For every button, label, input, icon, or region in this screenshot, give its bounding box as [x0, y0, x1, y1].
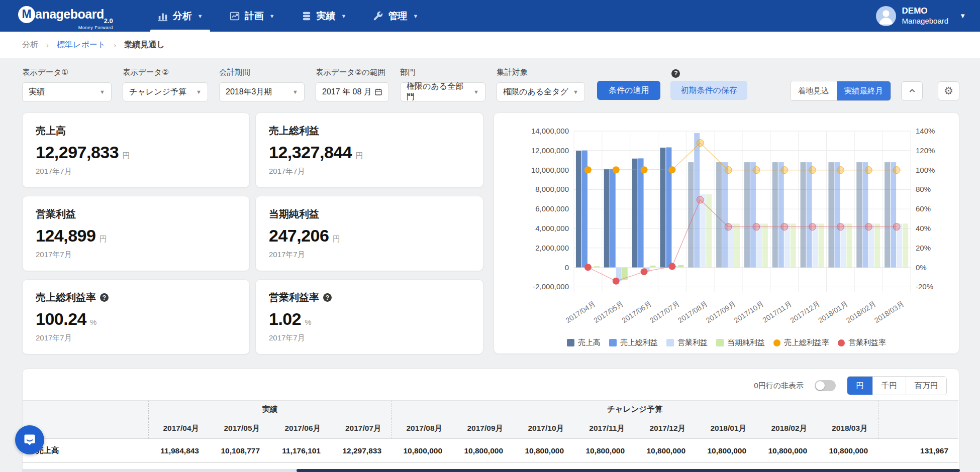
table-cell: 11,176,101: [270, 439, 331, 463]
kpi-period: 2017年7月: [269, 333, 470, 343]
kpi-period: 2017年7月: [269, 167, 470, 176]
logo-version: 2.0: [104, 17, 113, 25]
kpi-period: 2017年7月: [36, 167, 236, 176]
help-icon[interactable]: ?: [671, 68, 680, 78]
help-icon[interactable]: ?: [323, 293, 332, 302]
table-cell: 10,800,000: [452, 439, 513, 463]
nav-item-plan[interactable]: 計画 ▼: [216, 0, 288, 32]
table-cell-total: 131,967: [878, 439, 958, 463]
help-icon[interactable]: ?: [100, 293, 109, 302]
unit-thousand-yen-button[interactable]: 千円: [872, 377, 906, 395]
chart-point: [781, 223, 788, 230]
kpi-unit: %: [90, 318, 96, 326]
nav-item-actuals[interactable]: 実績 ▼: [288, 0, 360, 32]
user-menu[interactable]: DEMO Manageboard ▼: [876, 0, 966, 32]
svg-text:2017/04月: 2017/04月: [564, 299, 597, 324]
chart-point: [613, 278, 620, 285]
report-table-card: 0円行の非表示 円 千円 百万円 実績チャレンジ予算2017/04月2017/0…: [22, 369, 959, 472]
chevron-down-icon: ▼: [196, 89, 202, 95]
fiscal-period-select[interactable]: 2018年3月期▼: [219, 82, 305, 101]
chart-point: [753, 223, 760, 230]
horizontal-scrollbar-thumb[interactable]: [297, 469, 960, 472]
actual-last-month-button[interactable]: 実績最終月: [837, 81, 891, 100]
database-icon: [301, 11, 312, 22]
chevron-down-icon: ▼: [473, 89, 479, 95]
chart-bar: [807, 162, 812, 268]
breadcrumb-bar: 分析 › 標準レポート › 業績見通し: [0, 32, 980, 58]
hide-zero-rows-toggle[interactable]: [815, 380, 836, 391]
month-header: 2018/01月: [696, 419, 756, 439]
svg-text:20%: 20%: [916, 244, 931, 252]
chevron-down-icon: ▼: [269, 13, 275, 19]
svg-text:60%: 60%: [916, 204, 931, 213]
chart-point: [865, 223, 872, 230]
legend-item: 営業利益率: [838, 338, 886, 347]
landing-forecast-button[interactable]: 着地見込: [791, 81, 837, 100]
nav-item-admin[interactable]: 管理 ▼: [359, 0, 431, 32]
svg-text:2017/08月: 2017/08月: [676, 299, 709, 324]
svg-text:8,000,000: 8,000,000: [535, 185, 569, 193]
chart-point: [668, 166, 675, 173]
select-value: 権限のある全タグ: [503, 87, 568, 97]
table-month-header-row: 2017/04月2017/05月2017/06月2017/07月2017/08月…: [23, 419, 958, 439]
filter-label: 会計期間: [219, 67, 305, 78]
kpi-card-net-income: 当期純利益 247,206円 2017年7月: [255, 196, 483, 271]
chart-bar: [610, 169, 616, 268]
chart-point: [697, 140, 704, 147]
save-default-conditions-button[interactable]: 初期条件の保存: [670, 81, 747, 100]
display-data-2-select[interactable]: チャレンジ予算▼: [123, 82, 208, 101]
aggregation-target-select[interactable]: 権限のある全タグ▼: [497, 82, 585, 101]
chat-support-button[interactable]: [15, 425, 44, 454]
legend-item: 売上総利益: [609, 338, 658, 347]
kpi-title: 売上高: [36, 124, 66, 138]
svg-text:2018/01月: 2018/01月: [817, 299, 849, 324]
table-cell: 10,800,000: [696, 439, 756, 463]
table-cell: 12,297,833: [331, 439, 391, 463]
chart-bar: [891, 162, 896, 268]
breadcrumb-standard-report-link[interactable]: 標準レポート: [57, 40, 106, 50]
chevron-right-icon: ›: [114, 41, 116, 49]
kpi-period: 2017年7月: [269, 250, 470, 260]
unit-yen-button[interactable]: 円: [847, 377, 872, 395]
kpi-value: 12,297,833: [36, 143, 119, 162]
legend-item: 売上総利益率: [773, 338, 829, 347]
chart-bar: [834, 162, 840, 268]
collapse-panel-button[interactable]: [901, 81, 923, 100]
kpi-value: 124,899: [36, 226, 95, 246]
kpi-title: 売上総利益率: [36, 291, 96, 304]
kpi-value: 100.24: [36, 309, 86, 329]
department-select[interactable]: 権限のある全部門▼: [400, 82, 485, 101]
chevron-down-icon: ▼: [959, 12, 966, 20]
nav-item-label: 実績: [317, 10, 336, 23]
chevron-right-icon: ›: [46, 41, 49, 49]
kpi-unit: 円: [355, 151, 363, 161]
table-cell: 10,108,777: [209, 439, 270, 463]
filter-label: 表示データ①: [22, 67, 112, 78]
legend-item: 売上高: [567, 338, 601, 347]
unit-million-yen-button[interactable]: 百万円: [906, 377, 947, 395]
apply-conditions-button[interactable]: 条件の適用: [597, 81, 660, 100]
filter-label: 表示データ②の範囲: [316, 67, 389, 78]
table-controls: 0円行の非表示 円 千円 百万円: [23, 376, 959, 395]
filter-bar: 表示データ① 実績▼ 表示データ② チャレンジ予算▼ 会計期間 2018年3月期…: [22, 67, 747, 101]
nav-item-analysis[interactable]: 分析 ▼: [144, 0, 216, 32]
select-value: 2018年3月期: [226, 87, 272, 97]
chart-bar: [874, 223, 880, 267]
kpi-unit: 円: [122, 151, 130, 161]
kpi-title: 売上総利益: [269, 124, 319, 138]
svg-text:2017/06月: 2017/06月: [620, 299, 653, 324]
svg-text:2017/11月: 2017/11月: [761, 299, 793, 324]
month-header: 2017/04月: [148, 419, 209, 439]
app-logo[interactable]: M anageboard 2.0 Money Forward: [18, 5, 113, 27]
month-header: 2017/05月: [209, 419, 270, 439]
legend-swatch: [716, 339, 724, 346]
chart-legend: 売上高売上総利益営業利益当期純利益売上総利益率営業利益率: [501, 338, 952, 347]
display-data-1-select[interactable]: 実績▼: [22, 82, 112, 101]
bar-chart-icon: [157, 11, 168, 22]
filter-actions: 条件の適用 ? 初期条件の保存: [597, 81, 747, 100]
data2-range-date-input[interactable]: 2017 年 08 月: [316, 82, 389, 101]
kpi-card-operating-margin: 営業利益率? 1.02% 2017年7月: [255, 279, 483, 355]
select-value: 権限のある全部門: [407, 81, 469, 102]
kpi-title: 営業利益率: [269, 291, 319, 304]
settings-button[interactable]: ⚙: [938, 81, 959, 100]
